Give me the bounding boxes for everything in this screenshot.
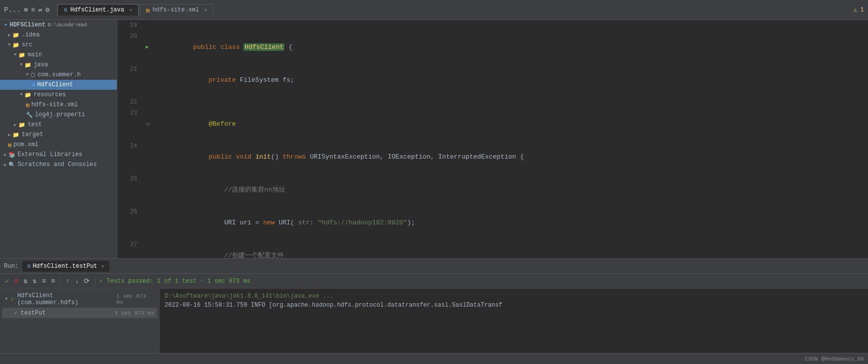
sidebar-item-resources[interactable]: ▼ 📁 resources [0,90,117,100]
nav-icon2[interactable]: ≡ [31,6,35,14]
expand-btn[interactable]: ≡ [50,276,56,286]
down-btn[interactable]: ↓ [74,276,80,286]
sidebar-item-package[interactable]: ▼ ⬡ com.summer.h [0,70,117,80]
sidebar-item-scratches[interactable]: ▶ 🔍 Scratches and Consoles [0,160,117,170]
comment-27: //创建一个配置文件 [224,252,284,258]
code-editor[interactable]: 19 20 ▶ public class HdfsClient { 21 [117,20,868,258]
chevron-right-icon-ext: ▶ [4,152,6,158]
comment-25: //连接的集群nn地址 [224,186,285,193]
code-line-22: 22 [117,97,868,108]
code-editor-area: 19 20 ▶ public class HdfsClient { 21 [117,20,868,258]
pom-icon: ▤ [8,142,11,148]
bottom-tab-close[interactable]: ✕ [101,263,104,269]
resources-label: resources [33,91,66,98]
src-label: src [21,41,32,48]
code-line-26: 26 URI uri = new URI( str: "hdfs://hadoo… [117,206,868,239]
kw-new1: new [263,219,274,226]
libs-icon: 📚 [8,152,15,158]
sidebar-item-src[interactable]: ▼ 📁 src [0,40,117,50]
sidebar-item-test[interactable]: ▶ 📁 test [0,120,117,130]
sp-uri: URI( [275,219,294,226]
folder-icon-resources: 📁 [24,92,31,98]
folder-icon-java: 📁 [24,62,31,68]
bookmark-icon: ◁ [146,119,149,130]
kw-public2: public [209,153,232,161]
sp: FileSystem fs; [236,76,294,84]
bottom-tab-testput[interactable]: G HdfsClient.testPut ✕ [22,261,109,272]
indent-25 [193,186,224,193]
bottom-content: ▼ ✓ HdfsClient (com.summer.hdfs) 1 sec 8… [0,289,868,353]
line-content-25: //连接的集群nn地址 [152,174,868,206]
uri-decl: URI uri = [224,219,263,226]
indent-23 [193,120,209,128]
chevron-down-icon-pkg: ▼ [26,72,28,77]
console-output: D:\Asoftware\java\jdk1.8.0_141\bin\java.… [160,289,868,353]
package-icon: ⬡ [30,72,35,78]
sidebar-item-java[interactable]: ▼ 📁 java [0,60,117,70]
console-line-2: 2022-08-16 15:58:31.759 INFO [org.apache… [165,301,863,310]
test-passed-msg: ✓ Tests passed: 1 of 1 test – 1 sec 873 … [99,277,250,285]
tab-close-icon2[interactable]: ✕ [204,7,207,13]
menu-icon[interactable]: P... [4,6,21,14]
code-line-23: 23 ◁ @Before [117,108,868,141]
hdfs-site-label: hdfs-site.xml [31,101,78,108]
line-num-26: 26 [117,206,142,239]
indent-27 [193,252,224,258]
chevron-down-icon-java: ▼ [20,62,22,67]
code-line-24: 24 public void init() throws URISyntaxEx… [117,141,868,174]
top-bar-icons: P... ⊕ ≡ ⇌ ⚙ [4,5,49,14]
run-gutter-icon[interactable]: ▶ [146,42,149,53]
chevron-right-icon-test: ▶ [14,122,16,128]
sidebar-item-main[interactable]: ▼ 📁 main [0,50,117,60]
sidebar-item-target[interactable]: ▶ 📁 target [0,130,117,140]
target-label: target [21,131,43,138]
sort-btn1[interactable]: ⇅ [22,276,28,286]
nav-icon1[interactable]: ⊕ [24,5,28,14]
java-file-icon: G [64,7,67,13]
tab-hdfs-site[interactable]: ▤ hdfs-site.xml ✕ [140,4,214,15]
line-num-23: 23 [117,108,142,141]
tab-close-icon[interactable]: ✕ [129,7,132,13]
sp2 [232,153,236,161]
suite-label: HdfsClient (com.summer.hdfs) [17,292,114,306]
sidebar-item-log4j[interactable]: 🔧 log4j.properti [0,110,117,120]
test-item-suite[interactable]: ▼ ✓ HdfsClient (com.summer.hdfs) 1 sec 8… [2,291,157,308]
tab-bar: G HdfsClient.java ✕ ▤ hdfs-site.xml ✕ [57,4,850,15]
sidebar: ▪ HDFSClient D:\Acode\Had ▶ 📁 .idea ▼ 📁 … [0,20,117,258]
collapse-btn[interactable]: ≡ [41,276,47,286]
gutter-27 [142,239,152,258]
stop-btn[interactable]: ⊘ [13,276,19,286]
refresh-btn[interactable]: ⟳ [83,276,91,286]
test-item-testput[interactable]: ✓ testPut 1 sec 873 ms [2,308,157,318]
gutter-26 [142,206,152,239]
indent-24 [193,153,209,161]
project-icon: ▪ [4,21,7,28]
tab-hdfs-client[interactable]: G HdfsClient.java ✕ [57,4,139,15]
status-csdn: CSDN @Redamancy_06 [805,356,864,362]
code-line-21: 21 private FileSystem fs; [117,64,868,97]
nav-icon3[interactable]: ⇌ [38,5,42,14]
test-pass-btn[interactable]: ✓ [4,276,10,286]
scratches-label: Scratches and Consoles [17,161,96,168]
chevron-down-icon-main: ▼ [14,52,16,57]
test-tab-icon: G [27,263,31,269]
sidebar-item-pom[interactable]: ▤ pom.xml [0,140,117,150]
settings-icon[interactable]: ⚙ [45,5,49,14]
line-num-25: 25 [117,174,142,206]
bottom-tabs: Run: G HdfsClient.testPut ✕ [0,259,868,274]
line-content-22 [152,97,868,108]
sidebar-item-idea[interactable]: ▶ 📁 .idea [0,30,117,40]
sidebar-project-header[interactable]: ▪ HDFSClient D:\Acode\Had [0,20,117,30]
scratches-icon: 🔍 [8,162,15,168]
suite-pass-icon: ✓ [10,296,14,303]
xml-icon: ▤ [26,102,29,108]
sidebar-item-hdfs-site-xml[interactable]: ▤ hdfs-site.xml [0,100,117,110]
sort-btn2[interactable]: ⇅ [31,276,37,286]
sidebar-item-HdfsClient[interactable]: G HdfsClient [0,80,117,90]
sidebar-item-ext-libs[interactable]: ▶ 📚 External Libraries [0,150,117,160]
line-content-19 [152,20,868,31]
up-btn[interactable]: ↑ [65,276,71,286]
line-num-24: 24 [117,141,142,174]
kw-void: void [236,153,251,161]
console-line-1: D:\Asoftware\java\jdk1.8.0_141\bin\java.… [165,292,863,301]
